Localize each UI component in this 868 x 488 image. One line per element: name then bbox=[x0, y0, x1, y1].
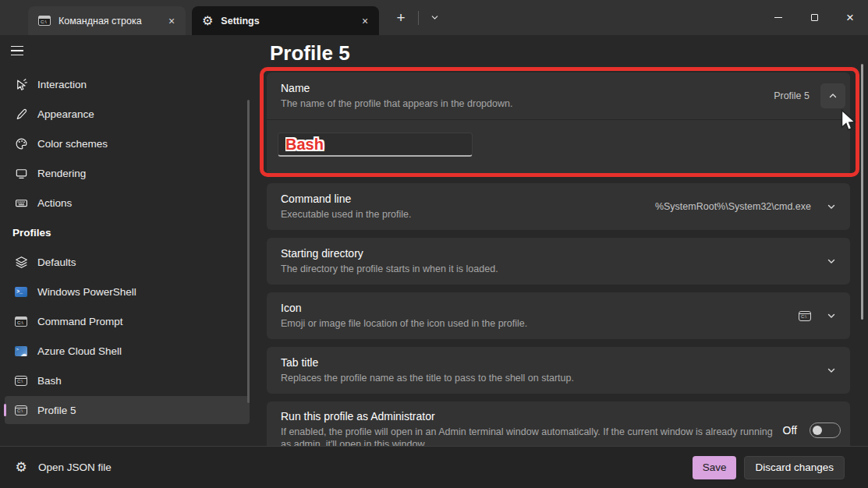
setting-card-tab-title: Tab title Replaces the profile name as t… bbox=[267, 347, 850, 394]
tab-close-icon[interactable]: × bbox=[164, 13, 179, 29]
tab-label: Settings bbox=[221, 16, 259, 27]
monitor-icon bbox=[12, 167, 30, 180]
profiles-section-header: Profiles bbox=[0, 218, 254, 246]
expand-button[interactable] bbox=[822, 306, 841, 325]
setting-card-header[interactable]: Command line Executable used in the prof… bbox=[267, 183, 850, 230]
setting-card-starting-directory: Starting directory The directory the pro… bbox=[267, 238, 850, 285]
window-controls: × bbox=[760, 0, 868, 35]
sidebar-item-label: Azure Cloud Shell bbox=[37, 345, 122, 357]
sidebar-item-azure-cloud-shell[interactable]: Azure Cloud Shell bbox=[5, 337, 250, 365]
sidebar-item-color-schemes[interactable]: Color schemes bbox=[5, 129, 250, 157]
tab-close-icon[interactable]: × bbox=[357, 13, 373, 29]
sidebar-item-rendering[interactable]: Rendering bbox=[5, 159, 250, 187]
sidebar-item-defaults[interactable]: Defaults bbox=[5, 248, 250, 276]
sidebar-item-bash[interactable]: Bash bbox=[5, 366, 250, 394]
setting-title: Tab title bbox=[281, 356, 822, 369]
tab-separator bbox=[418, 11, 419, 25]
save-button[interactable]: Save bbox=[693, 456, 737, 479]
setting-card-header[interactable]: Icon Emoji or image file location of the… bbox=[267, 292, 850, 339]
tab-dropdown-button[interactable] bbox=[424, 8, 445, 28]
new-tab-button[interactable]: + bbox=[389, 7, 413, 29]
palette-icon bbox=[12, 137, 30, 150]
sidebar-item-appearance[interactable]: Appearance bbox=[5, 100, 250, 128]
sidebar-item-label: Profile 5 bbox=[37, 405, 76, 416]
cmd-window-icon bbox=[38, 16, 51, 26]
setting-card-header[interactable]: Tab title Replaces the profile name as t… bbox=[267, 347, 850, 394]
setting-value: Profile 5 bbox=[774, 90, 810, 101]
chevron-down-icon bbox=[430, 13, 439, 22]
sidebar-item-profile-5[interactable]: Profile 5 bbox=[5, 396, 250, 424]
setting-card-header: Run this profile as Administrator If ena… bbox=[267, 401, 850, 446]
interaction-icon bbox=[12, 78, 30, 91]
gear-icon: ⚙ bbox=[12, 459, 30, 476]
sidebar-item-command-prompt[interactable]: Command Prompt bbox=[5, 307, 250, 335]
console-icon bbox=[799, 311, 811, 321]
open-json-file-button[interactable]: ⚙ Open JSON file bbox=[12, 454, 112, 482]
app-body: Interaction Appearance Color schemes bbox=[0, 35, 868, 446]
keyboard-icon bbox=[12, 196, 30, 210]
admin-toggle-switch[interactable] bbox=[810, 423, 841, 438]
console-icon bbox=[12, 405, 30, 416]
console-icon bbox=[12, 376, 30, 386]
sidebar-item-label: Color schemes bbox=[37, 138, 108, 150]
setting-description: If enabled, the profile will open in an … bbox=[281, 426, 776, 446]
setting-description: Emoji or image file location of the icon… bbox=[281, 317, 799, 330]
sidebar-item-label: Rendering bbox=[37, 168, 86, 179]
sidebar-scrollbar[interactable] bbox=[247, 100, 250, 403]
titlebar: Командная строка × ⚙ Settings × + × bbox=[0, 0, 868, 35]
collapse-expander-button[interactable] bbox=[820, 83, 845, 108]
setting-description: Executable used in the profile. bbox=[281, 208, 655, 221]
footer-buttons: Save Discard changes bbox=[693, 456, 845, 479]
setting-card-command-line: Command line Executable used in the prof… bbox=[267, 183, 850, 230]
sidebar-item-windows-powershell[interactable]: Windows PowerShell bbox=[5, 278, 250, 306]
toggle-state-label: Off bbox=[783, 424, 797, 437]
sidebar-nav: Interaction Appearance Color schemes bbox=[0, 70, 254, 424]
paintbrush-icon bbox=[12, 108, 30, 121]
sidebar-item-label: Command Prompt bbox=[37, 316, 123, 327]
gear-icon: ⚙ bbox=[202, 15, 213, 27]
content-scrollbar[interactable] bbox=[861, 64, 863, 320]
toggle-knob bbox=[813, 426, 822, 435]
setting-description: The directory the profile starts in when… bbox=[281, 263, 822, 275]
sidebar-item-label: Actions bbox=[37, 197, 72, 209]
hamburger-menu-button[interactable] bbox=[11, 42, 28, 59]
minimize-button[interactable] bbox=[760, 0, 796, 35]
settings-sidebar: Interaction Appearance Color schemes bbox=[0, 35, 254, 446]
setting-description: The name of the profile that appears in … bbox=[281, 97, 774, 110]
powershell-icon bbox=[12, 287, 30, 297]
open-json-label: Open JSON file bbox=[38, 461, 112, 473]
setting-card-icon: Icon Emoji or image file location of the… bbox=[267, 292, 850, 339]
close-button[interactable]: × bbox=[832, 0, 868, 35]
layers-icon bbox=[12, 256, 30, 269]
maximize-button[interactable] bbox=[796, 0, 832, 35]
tab-settings[interactable]: ⚙ Settings × bbox=[192, 6, 379, 35]
chevron-down-icon bbox=[827, 202, 836, 211]
setting-title: Icon bbox=[281, 302, 799, 314]
profile-name-input[interactable] bbox=[278, 133, 473, 157]
sidebar-item-label: Windows PowerShell bbox=[37, 286, 136, 298]
expand-button[interactable] bbox=[822, 252, 841, 271]
setting-value: %SystemRoot%\System32\cmd.exe bbox=[655, 201, 811, 212]
settings-content: Profile 5 Name The name of the profile t… bbox=[254, 35, 868, 446]
setting-card-header[interactable]: Starting directory The directory the pro… bbox=[267, 238, 850, 285]
footer-bar: ⚙ Open JSON file Save Discard changes bbox=[0, 446, 868, 488]
setting-card-name-header[interactable]: Name The name of the profile that appear… bbox=[267, 72, 850, 119]
azure-cloud-icon bbox=[12, 346, 30, 356]
cmd-window-icon bbox=[12, 316, 30, 327]
terminal-settings-window: Командная строка × ⚙ Settings × + × bbox=[0, 0, 868, 488]
sidebar-item-interaction[interactable]: Interaction bbox=[5, 70, 250, 98]
setting-description: Replaces the profile name as the title t… bbox=[281, 372, 822, 384]
setting-title: Name bbox=[281, 82, 774, 94]
tab-label: Командная строка bbox=[58, 16, 142, 27]
tab-command-prompt[interactable]: Командная строка × bbox=[28, 6, 186, 35]
sidebar-item-label: Appearance bbox=[37, 108, 94, 120]
setting-card-run-as-admin: Run this profile as Administrator If ena… bbox=[267, 401, 850, 446]
expand-button[interactable] bbox=[822, 197, 841, 216]
sidebar-item-actions[interactable]: Actions bbox=[5, 189, 250, 217]
sidebar-item-label: Interaction bbox=[37, 79, 87, 90]
maximize-icon bbox=[811, 14, 818, 21]
sidebar-item-label: Bash bbox=[37, 375, 62, 387]
discard-changes-button[interactable]: Discard changes bbox=[744, 456, 845, 479]
minimize-icon bbox=[774, 17, 782, 18]
expand-button[interactable] bbox=[822, 361, 841, 380]
